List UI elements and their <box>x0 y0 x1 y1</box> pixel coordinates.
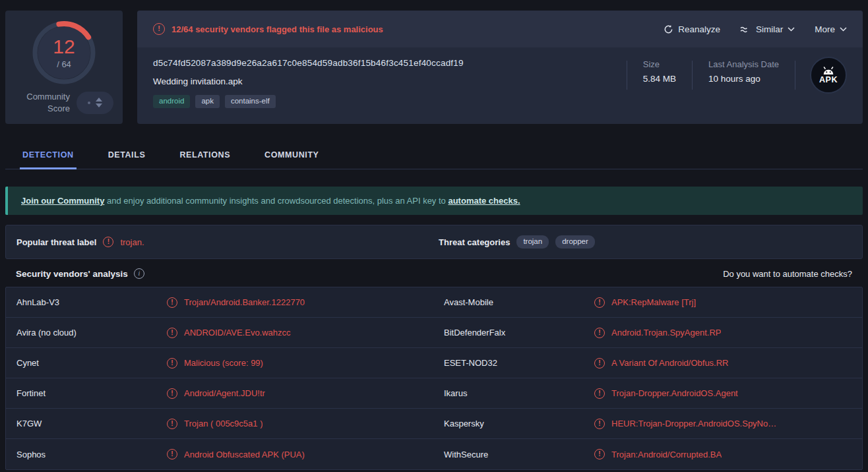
detection-exclamation-icon: ! <box>594 328 605 338</box>
detection-cell: ! APK:RepMalware [Trj] <box>594 297 852 308</box>
vote-dot-icon <box>88 102 90 104</box>
score-denominator: / 64 <box>57 59 71 69</box>
malicious-alert-strip: ! 12/64 security vendors flagged this fi… <box>137 11 863 47</box>
detection-result: A Variant Of Android/Obfus.RR <box>611 358 729 368</box>
automate-checks-link[interactable]: automate checks. <box>448 196 520 206</box>
size-value: 5.84 MB <box>643 74 676 84</box>
vendor-name: AhnLab-V3 <box>16 297 167 307</box>
alert-message: 12/64 security vendors flagged this file… <box>171 24 383 34</box>
category-pill-trojan[interactable]: trojan <box>516 235 549 249</box>
detection-cell: ! A Variant Of Android/Obfus.RR <box>594 358 852 369</box>
android-robot-icon <box>821 67 836 75</box>
join-community-link[interactable]: Join our Community <box>21 196 104 206</box>
threat-categories-title: Threat categories <box>439 237 510 247</box>
detection-result: Trojan:Android/Corrupted.BA <box>611 450 722 459</box>
detection-exclamation-icon: ! <box>167 449 177 459</box>
detection-exclamation-icon: ! <box>594 449 605 459</box>
detection-exclamation-icon: ! <box>594 358 605 369</box>
file-meta: Size 5.84 MB Last Analysis Date 10 hours… <box>627 58 847 124</box>
detection-cell: ! Trojan/Android.Banker.1222770 <box>167 297 444 308</box>
detection-result: Trojan ( 005c9c5a1 ) <box>184 419 263 428</box>
tab-relations[interactable]: RELATIONS <box>177 144 233 169</box>
analysis-title-group: Security vendors' analysis i <box>16 268 144 279</box>
detection-result: APK:RepMalware [Trj] <box>611 297 696 307</box>
detection-cell: ! Trojan ( 005c9c5a1 ) <box>167 419 444 429</box>
detection-cell: ! Trojan-Dropper.AndroidOS.Agent <box>594 388 852 399</box>
community-score-label-line2: Score <box>26 103 70 115</box>
tab-community[interactable]: COMMUNITY <box>262 144 321 169</box>
category-pill-dropper[interactable]: dropper <box>555 235 595 249</box>
similarity-icon <box>740 25 751 34</box>
apk-badge-label: APK <box>819 76 838 84</box>
threat-categories-group: Threat categories trojan dropper <box>439 235 595 249</box>
community-vote-widget[interactable] <box>77 92 113 114</box>
detection-cell: ! Android/Agent.JDU!tr <box>167 388 444 399</box>
table-row: Sophos ! Android Obfuscated APK (PUA) Wi… <box>6 439 862 469</box>
vendor-name: Avast-Mobile <box>444 297 594 307</box>
automate-checks-question[interactable]: Do you want to automate checks? <box>723 269 852 279</box>
reanalyze-button[interactable]: Reanalyze <box>664 24 720 34</box>
vendor-name: ESET-NOD32 <box>444 358 594 368</box>
more-label: More <box>815 24 835 34</box>
tab-details[interactable]: DETAILS <box>106 144 148 169</box>
detection-result: Trojan-Dropper.AndroidOS.Agent <box>611 388 738 398</box>
detection-exclamation-icon: ! <box>167 297 177 308</box>
detection-exclamation-icon: ! <box>594 297 605 308</box>
file-name: Wedding invitation.apk <box>153 76 627 86</box>
tag-contains-elf[interactable]: contains-elf <box>225 95 276 108</box>
similar-label: Similar <box>756 24 783 34</box>
popular-threat-label-group: Popular threat label ! trojan. <box>6 237 439 247</box>
vote-carets <box>96 98 102 107</box>
threat-summary-card: Popular threat label ! trojan. Threat ca… <box>5 225 863 259</box>
detection-result: HEUR:Trojan-Dropper.AndroidOS.SpyNo… <box>611 419 776 428</box>
table-row: Cynet ! Malicious (score: 99) ESET-NOD32… <box>6 348 862 378</box>
tag-android[interactable]: android <box>153 95 190 108</box>
meta-divider <box>795 61 795 90</box>
vote-down-icon[interactable] <box>96 103 102 107</box>
score-value: 12 <box>53 37 75 57</box>
vendor-name: Kaspersky <box>444 419 594 428</box>
file-summary-card: ! 12/64 security vendors flagged this fi… <box>137 11 863 124</box>
vendors-analysis-table: AhnLab-V3 ! Trojan/Android.Banker.122277… <box>5 287 863 470</box>
join-community-banner: Join our Community and enjoy additional … <box>5 187 863 215</box>
virustotal-file-report: 12 / 64 Community Score <box>0 0 868 470</box>
score-text: 12 / 64 <box>30 18 98 87</box>
refresh-icon <box>664 24 673 34</box>
detection-result: Android Obfuscated APK (PUA) <box>184 450 305 459</box>
tab-detection[interactable]: DETECTION <box>20 144 77 169</box>
more-button[interactable]: More <box>815 24 847 34</box>
info-icon[interactable]: i <box>134 268 144 279</box>
report-tabs: DETECTION DETAILS RELATIONS COMMUNITY <box>5 144 863 169</box>
similar-button[interactable]: Similar <box>740 24 795 34</box>
community-score-label: Community Score <box>26 91 70 114</box>
table-row: Fortinet ! Android/Agent.JDU!tr Ikarus !… <box>6 378 862 409</box>
file-hash[interactable]: d5c74fd52087a389d9e26a2a617c0e854d59adb3… <box>153 58 627 68</box>
detection-cell: ! ANDROID/AVE.Evo.wahzcc <box>167 328 444 338</box>
file-size-block: Size 5.84 MB <box>627 59 692 84</box>
detection-cell: ! Malicious (score: 99) <box>167 358 444 369</box>
table-row: Avira (no cloud) ! ANDROID/AVE.Evo.wahzc… <box>6 318 862 348</box>
vote-up-icon[interactable] <box>96 98 102 102</box>
detection-exclamation-icon: ! <box>167 328 177 338</box>
size-label: Size <box>643 59 676 69</box>
detection-result: Android.Trojan.SpyAgent.RP <box>611 328 721 338</box>
detection-exclamation-icon: ! <box>594 419 605 429</box>
detection-exclamation-icon: ! <box>167 358 177 369</box>
detection-score-donut: 12 / 64 <box>30 18 98 87</box>
popular-threat-label-title: Popular threat label <box>16 237 96 247</box>
popular-threat-label-value: trojan. <box>120 237 144 247</box>
vendor-name: K7GW <box>16 419 167 428</box>
vendor-name: Cynet <box>16 358 167 368</box>
vendor-name: WithSecure <box>444 450 594 459</box>
file-tags: android apk contains-elf <box>153 95 627 108</box>
analysis-title: Security vendors' analysis <box>16 269 128 279</box>
tag-apk[interactable]: apk <box>195 95 220 108</box>
detection-result: Android/Agent.JDU!tr <box>184 388 265 398</box>
table-row: K7GW ! Trojan ( 005c9c5a1 ) Kaspersky ! … <box>6 409 862 439</box>
alert-message-group: ! 12/64 security vendors flagged this fi… <box>153 23 383 35</box>
header-actions: Reanalyze Similar More <box>664 24 847 34</box>
detection-exclamation-icon: ! <box>167 388 177 399</box>
detection-score-card: 12 / 64 Community Score <box>5 11 123 124</box>
join-banner-text: and enjoy additional community insights … <box>104 196 448 206</box>
file-identity: d5c74fd52087a389d9e26a2a617c0e854d59adb3… <box>153 58 627 124</box>
